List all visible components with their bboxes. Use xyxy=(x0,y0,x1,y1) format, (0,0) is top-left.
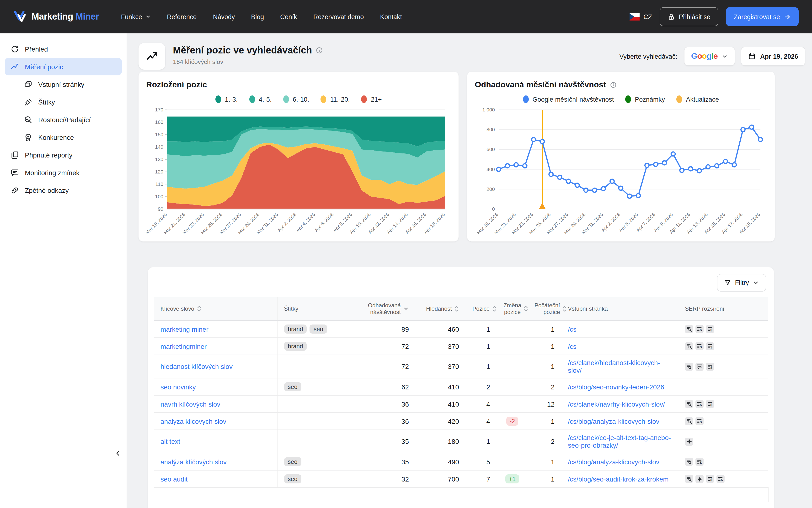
keyword-link[interactable]: seo novinky xyxy=(160,383,196,391)
landing-page-link[interactable]: /cs xyxy=(568,342,577,350)
legend-entry[interactable]: Aktualizace xyxy=(676,95,719,103)
landing-page-link[interactable]: /cs/clanek/hledanost-klicovych-slov/ xyxy=(568,359,660,374)
serp-dollar-icon[interactable]: $ xyxy=(695,417,704,425)
serp-dollar-icon[interactable]: $ xyxy=(706,475,714,483)
legend-entry[interactable]: Google měsíční návštěvnost xyxy=(523,95,614,103)
keyword-link[interactable]: analyza klicovych slov xyxy=(160,417,226,425)
column-header-6[interactable]: Změna pozice xyxy=(497,297,528,321)
serp-dollar-icon[interactable]: $ xyxy=(706,325,714,333)
login-button[interactable]: Přihlásit se xyxy=(660,7,719,26)
legend-entry[interactable]: 21+ xyxy=(361,95,382,103)
filters-button[interactable]: Filtry xyxy=(717,274,766,292)
keyword-link[interactable]: seo audit xyxy=(160,475,188,483)
language-switcher[interactable]: CZ xyxy=(629,13,652,20)
landing-page-link[interactable]: /cs xyxy=(568,325,577,333)
tag-chip[interactable]: seo xyxy=(284,382,301,391)
serp-search-icon[interactable] xyxy=(685,342,693,350)
serp-dollar-icon[interactable]: $ xyxy=(706,363,714,371)
serp-search-icon[interactable] xyxy=(685,325,693,333)
column-header-3[interactable]: Odhadovaná návštěvnost xyxy=(361,297,416,321)
brand-logo[interactable]: MarketingMiner xyxy=(13,10,99,23)
serp-dollar-icon[interactable]: $ xyxy=(695,400,704,408)
keyword-link[interactable]: hledanost klíčových slov xyxy=(160,363,233,370)
keyword-link[interactable]: návrh klíčových slov xyxy=(160,400,221,408)
landing-page-link[interactable]: /cs/blog/seo-audit-krok-za-krokem xyxy=(568,475,669,483)
nav-item-7[interactable]: Kontakt xyxy=(380,13,402,20)
serp-search-icon[interactable] xyxy=(685,363,693,371)
tag-chip[interactable]: brand xyxy=(284,325,307,334)
keyword-link[interactable]: marketing miner xyxy=(160,325,208,333)
chevron-down-icon xyxy=(722,53,728,59)
column-header-1[interactable]: Klíčové slovo xyxy=(154,297,277,321)
serp-search-icon[interactable] xyxy=(685,417,693,425)
sidebar-item-monitoring-zm-nek[interactable]: Monitoring zmínek xyxy=(5,164,122,181)
sidebar-item-rostouc-padaj-c-[interactable]: Rostoucí/Padající xyxy=(5,111,122,128)
column-header-7[interactable]: Počáteční pozice xyxy=(528,297,561,321)
nav-item-4[interactable]: Blog xyxy=(251,13,264,20)
nav-item-1[interactable]: Funkce xyxy=(121,13,151,20)
serp-dollar-icon[interactable]: $ xyxy=(695,325,704,333)
serp-dollar-icon[interactable]: $ xyxy=(695,342,704,350)
legend-entry[interactable]: 1.-3. xyxy=(216,95,238,103)
landing-page-link[interactable]: /cs/clanek/navrhy-klicovych-slov/ xyxy=(568,400,665,408)
estimated-traffic-card: Odhadovaná měsíční návštěvnost Google mě… xyxy=(467,72,775,242)
date-picker-button[interactable]: Apr 19, 2026 xyxy=(741,47,805,66)
landing-page-link[interactable]: /cs/blog/analyza-klicovych-slov xyxy=(568,417,659,425)
serp-search-icon[interactable] xyxy=(685,458,693,466)
legend-entry[interactable]: 11.-20. xyxy=(321,95,350,103)
main-content: Měření pozic ve vyhledávačích 164 klíčov… xyxy=(126,33,812,508)
serp-sparkle-icon[interactable] xyxy=(685,437,693,446)
tag-chip[interactable]: seo xyxy=(284,474,301,483)
landing-page-link[interactable]: /cs/clanek/co-je-alt-text-tag-anebo-seo-… xyxy=(568,434,671,449)
serp-sparkle-icon[interactable] xyxy=(695,475,704,483)
sidebar-item-p-ipnut-reporty[interactable]: Připnuté reporty xyxy=(5,146,122,164)
estimated-traffic-chart: 02004006008001 000Mar 19, 2026Mar 21, 20… xyxy=(475,105,767,237)
legend-entry[interactable]: 4.-5. xyxy=(249,95,272,103)
sidebar-item-zp-tn-odkazy[interactable]: Zpětné odkazy xyxy=(5,181,122,199)
info-icon[interactable] xyxy=(316,47,323,54)
sidebar-item-label: Připnuté reporty xyxy=(25,151,72,159)
info-icon[interactable] xyxy=(610,82,617,88)
svg-text:$: $ xyxy=(700,328,702,332)
tag-chip[interactable]: seo xyxy=(284,457,301,466)
sidebar-item-p-ehled[interactable]: Přehled xyxy=(5,40,122,58)
nav-item-6[interactable]: Rezervovat demo xyxy=(313,13,364,20)
signup-button[interactable]: Zaregistrovat se xyxy=(726,7,799,26)
serp-dollar-icon[interactable]: $ xyxy=(706,400,714,408)
sort-both-icon xyxy=(197,305,201,312)
column-header-4[interactable]: Hledanost xyxy=(416,297,466,321)
serp-search-icon[interactable] xyxy=(685,475,693,483)
svg-text:$: $ xyxy=(700,420,702,424)
landing-page-link[interactable]: /cs/blog/analyza-klicovych-slov xyxy=(568,458,659,466)
sidebar-item-vstupn-str-nky[interactable]: Vstupní stránky xyxy=(5,75,122,93)
tag-chip[interactable]: seo xyxy=(310,325,327,334)
serp-chat-icon[interactable] xyxy=(695,363,704,371)
keyword-link[interactable]: alt text xyxy=(160,437,180,445)
column-header-5[interactable]: Pozice xyxy=(466,297,497,321)
table-row: analyza klicovych slov364204-21/cs/blog/… xyxy=(154,413,768,430)
legend-dot-icon xyxy=(676,95,682,103)
serp-dollar-icon[interactable]: $ xyxy=(706,342,714,350)
landing-page-link[interactable]: /cs/blog/seo-novinky-leden-2026 xyxy=(568,383,664,391)
serp-dollar-icon[interactable]: $ xyxy=(717,475,725,483)
sidebar-item-m-en-pozic[interactable]: Měření pozic xyxy=(5,58,122,75)
sidebar-collapse-button[interactable] xyxy=(112,448,124,459)
volume-value: 180 xyxy=(416,430,466,453)
sidebar-item--t-tky[interactable]: Štítky xyxy=(5,93,122,111)
brand-mark-icon xyxy=(13,10,28,23)
rank-tracking-icon xyxy=(10,62,19,71)
serp-search-icon[interactable] xyxy=(685,400,693,408)
nav-item-2[interactable]: Reference xyxy=(167,13,197,20)
nav-item-5[interactable]: Ceník xyxy=(280,13,297,20)
topbar-right: CZ Přihlásit se Zaregistrovat se xyxy=(629,7,799,26)
legend-entry[interactable]: Poznámky xyxy=(625,95,665,103)
keyword-link[interactable]: marketingminer xyxy=(160,342,206,350)
chevron-down-icon xyxy=(753,280,759,286)
sidebar-item-konkurence[interactable]: Konkurence xyxy=(5,128,122,146)
keyword-link[interactable]: analýza klíčových slov xyxy=(160,458,227,466)
search-engine-select[interactable]: Google xyxy=(684,47,735,66)
legend-entry[interactable]: 6.-10. xyxy=(283,95,309,103)
serp-dollar-icon[interactable]: $ xyxy=(695,458,704,466)
tag-chip[interactable]: brand xyxy=(284,342,307,351)
nav-item-3[interactable]: Návody xyxy=(213,13,235,20)
